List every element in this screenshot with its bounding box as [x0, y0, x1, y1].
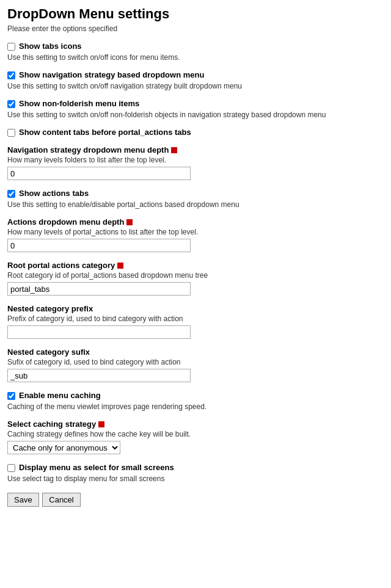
enable-menu-caching-block: Enable menu caching Caching of the menu …	[7, 391, 384, 411]
nav-dropdown-depth-label: Navigation strategy dropdown menu depth	[7, 145, 384, 154]
root-portal-actions-label: Root portal actions category	[7, 261, 384, 270]
required-indicator	[126, 219, 133, 225]
nested-category-prefix-label: Nested category prefix	[7, 304, 384, 313]
show-nav-strategy-block: Show navigation strategy based dropdown …	[7, 70, 384, 90]
show-content-tabs-label[interactable]: Show content tabs before portal_actions …	[19, 128, 191, 137]
actions-dropdown-depth-input[interactable]	[7, 239, 191, 252]
show-actions-tabs-checkbox[interactable]	[7, 190, 15, 198]
caching-strategy-select[interactable]: Cache only for anonymous Cache for all u…	[7, 441, 120, 454]
required-indicator	[98, 421, 104, 427]
save-button[interactable]: Save	[7, 493, 39, 507]
nested-category-suffix-label: Nested category sufix	[7, 347, 384, 357]
required-indicator	[171, 147, 177, 153]
enable-menu-caching-checkbox[interactable]	[7, 392, 15, 400]
display-menu-as-select-checkbox[interactable]	[7, 464, 15, 472]
button-row: Save Cancel	[7, 493, 384, 507]
nav-dropdown-depth-block: Navigation strategy dropdown menu depth …	[7, 145, 384, 180]
actions-dropdown-depth-label: Actions dropdown menu depth	[7, 217, 384, 227]
select-caching-strategy-desc: Caching strategy defines how the cache k…	[7, 430, 384, 438]
show-content-tabs-checkbox[interactable]	[7, 129, 15, 137]
show-actions-tabs-label[interactable]: Show actions tabs	[19, 189, 89, 198]
root-portal-actions-input[interactable]	[7, 282, 191, 296]
display-menu-as-select-block: Display menu as select for small screens…	[7, 463, 384, 483]
enable-menu-caching-label[interactable]: Enable menu caching	[19, 391, 101, 400]
show-non-folderish-checkbox[interactable]	[7, 100, 15, 108]
cancel-button[interactable]: Cancel	[42, 493, 80, 507]
display-menu-as-select-desc: Use select tag to display menu for small…	[7, 474, 384, 483]
nested-category-suffix-desc: Sufix of category id, used to bind categ…	[7, 358, 384, 366]
page-title: DropDown Menu settings	[7, 6, 384, 22]
root-portal-actions-desc: Root category id of portal_actions based…	[7, 271, 384, 280]
select-caching-strategy-block: Select caching strategy Caching strategy…	[7, 419, 384, 454]
root-portal-actions-block: Root portal actions category Root catego…	[7, 261, 384, 296]
show-non-folderish-desc: Use this setting to switch on/off non-fo…	[7, 111, 384, 119]
show-nav-strategy-label[interactable]: Show navigation strategy based dropdown …	[19, 70, 204, 79]
nested-category-prefix-desc: Prefix of category id, used to bind cate…	[7, 314, 384, 323]
actions-dropdown-depth-desc: How many levels of portal_actions to lis…	[7, 228, 384, 236]
show-non-folderish-label[interactable]: Show non-folderish menu items	[19, 99, 139, 108]
show-tabs-icons-checkbox[interactable]	[7, 43, 15, 51]
nav-dropdown-depth-input[interactable]	[7, 167, 191, 180]
show-tabs-icons-desc: Use this setting to switch on/off icons …	[7, 53, 384, 62]
select-caching-strategy-label: Select caching strategy	[7, 419, 384, 429]
nested-category-suffix-block: Nested category sufix Sufix of category …	[7, 347, 384, 382]
show-actions-tabs-block: Show actions tabs Use this setting to en…	[7, 189, 384, 209]
show-tabs-icons-label[interactable]: Show tabs icons	[19, 42, 82, 51]
required-indicator	[117, 263, 123, 269]
nested-category-prefix-input[interactable]	[7, 325, 191, 339]
nested-category-prefix-block: Nested category prefix Prefix of categor…	[7, 304, 384, 339]
show-nav-strategy-checkbox[interactable]	[7, 71, 15, 79]
show-actions-tabs-desc: Use this setting to enable/disable porta…	[7, 200, 384, 209]
show-nav-strategy-desc: Use this setting to switch on/off naviga…	[7, 82, 384, 90]
show-non-folderish-block: Show non-folderish menu items Use this s…	[7, 99, 384, 119]
enable-menu-caching-desc: Caching of the menu viewlet improves pag…	[7, 402, 384, 411]
nav-dropdown-depth-desc: How many levels folders to list after th…	[7, 156, 384, 164]
nested-category-suffix-input[interactable]	[7, 369, 191, 382]
show-content-tabs-block: Show content tabs before portal_actions …	[7, 128, 384, 137]
actions-dropdown-depth-block: Actions dropdown menu depth How many lev…	[7, 217, 384, 252]
page-subtitle: Please enter the options specified	[7, 24, 384, 33]
show-tabs-icons-block: Show tabs icons Use this setting to swit…	[7, 42, 384, 62]
display-menu-as-select-label[interactable]: Display menu as select for small screens	[19, 463, 174, 472]
